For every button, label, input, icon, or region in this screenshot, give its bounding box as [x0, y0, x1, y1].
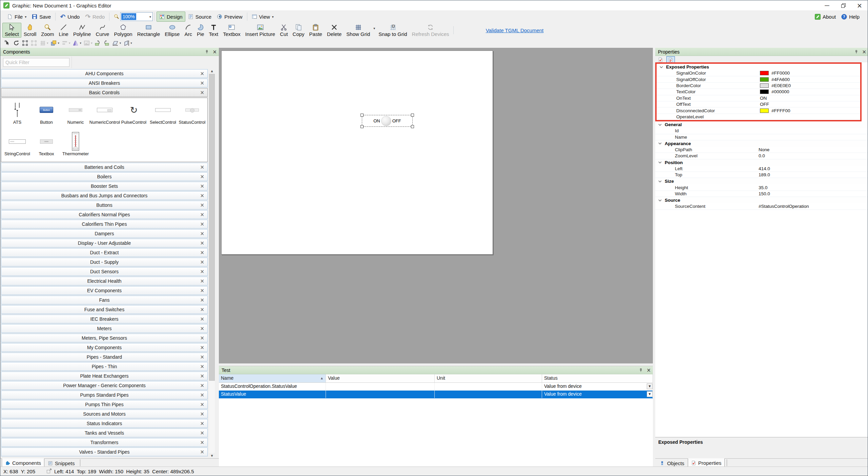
close-icon[interactable]: ×	[200, 431, 204, 436]
close-icon[interactable]: ×	[200, 412, 204, 417]
tool-copy[interactable]: Copy	[290, 23, 307, 38]
component-numericcontrol[interactable]: NumericControl	[90, 99, 119, 131]
rotate-left-icon[interactable]	[94, 39, 102, 47]
color-swatch[interactable]	[760, 83, 769, 88]
component-section-buttons[interactable]: Buttons×	[1, 201, 208, 210]
selection-handle[interactable]	[411, 125, 414, 128]
component-section-iec-breakers[interactable]: IEC Breakers×	[1, 315, 208, 323]
tool-textbox[interactable]: Textbox	[221, 23, 243, 38]
selection-handle[interactable]	[360, 114, 364, 117]
value-cell[interactable]	[326, 383, 435, 390]
chevron-down-icon[interactable]: ▾	[148, 15, 152, 19]
close-icon[interactable]: ×	[200, 288, 204, 293]
property-section-exposed-properties[interactable]: Exposed Properties	[657, 64, 860, 70]
close-icon[interactable]: ×	[200, 345, 204, 350]
component-section-meters-pipe-sensors[interactable]: Meters, Pipe Sensors×	[1, 334, 208, 342]
component-ats[interactable]: ATS	[3, 99, 32, 131]
restore-button[interactable]	[835, 0, 851, 11]
column-header-name[interactable]: Name▲	[219, 374, 326, 382]
tool-pie[interactable]: Pie	[194, 23, 207, 38]
preview-mode-button[interactable]: Preview	[214, 12, 245, 22]
help-button[interactable]: ? Help	[839, 12, 862, 22]
tool-delete[interactable]: Delete	[325, 23, 344, 38]
component-section-duct-supply[interactable]: Duct - Supply×	[1, 258, 208, 266]
close-icon[interactable]: ×	[646, 367, 651, 373]
close-icon[interactable]: ×	[200, 222, 204, 227]
component-section-fans[interactable]: Fans×	[1, 296, 208, 304]
component-section-calorifiers-thin-pipes[interactable]: Calorifiers Thin Pipes×	[1, 220, 208, 229]
close-icon[interactable]: ×	[200, 241, 204, 246]
close-icon[interactable]: ×	[200, 374, 204, 379]
close-icon[interactable]: ×	[200, 298, 204, 303]
zoom-level-combobox[interactable]: 100% ▾	[120, 12, 153, 21]
component-section-my-components[interactable]: My Components×	[1, 343, 208, 352]
close-icon[interactable]: ×	[200, 393, 204, 398]
close-icon[interactable]: ×	[200, 269, 204, 274]
close-icon[interactable]: ×	[200, 81, 204, 86]
status-dropdown-button[interactable]: ▼	[647, 383, 653, 389]
property-value[interactable]: 0.0	[759, 153, 868, 158]
color-swatch[interactable]	[760, 71, 769, 75]
tool-scroll[interactable]: Scroll	[21, 23, 39, 38]
component-section-duct-extract[interactable]: Duct - Extract×	[1, 248, 208, 257]
component-section-tanks-and-vessels[interactable]: Tanks and Vessels×	[1, 429, 208, 437]
tool-ellipse[interactable]: Ellipse	[162, 23, 182, 38]
tool-select[interactable]: Select	[2, 23, 21, 38]
close-icon[interactable]: ×	[212, 49, 217, 55]
rotate-icon[interactable]	[12, 39, 20, 47]
column-header-value[interactable]: Value	[326, 374, 435, 382]
chevron-down-icon[interactable]	[658, 199, 662, 202]
component-stringcontrol[interactable]: StringControl	[3, 131, 32, 162]
chevron-down-icon[interactable]	[660, 65, 663, 69]
component-section-valves-standard-pipes[interactable]: Valves - Standard Pipes×	[1, 448, 208, 456]
close-icon[interactable]: ×	[200, 440, 204, 445]
component-section-ev-components[interactable]: EV Components×	[1, 286, 208, 295]
component-statuscontrol[interactable]: StatusControl	[178, 99, 207, 131]
show-grid-dropdown[interactable]: ▾	[372, 26, 376, 30]
tool-arc[interactable]: Arc	[182, 23, 194, 38]
canvas-page[interactable]: ON OFF	[221, 51, 493, 255]
tool-curve[interactable]: Curve	[93, 23, 111, 38]
component-numeric[interactable]: Numeric	[61, 99, 90, 131]
close-icon[interactable]: ×	[200, 174, 204, 179]
close-icon[interactable]: ×	[200, 203, 204, 208]
close-icon[interactable]: ×	[200, 355, 204, 360]
save-button[interactable]: Save	[29, 12, 54, 22]
value-cell[interactable]	[326, 391, 435, 398]
close-icon[interactable]: ×	[200, 364, 204, 369]
pin-icon[interactable]	[205, 50, 209, 54]
design-mode-button[interactable]: Design	[157, 12, 185, 22]
unit-cell[interactable]	[435, 383, 542, 390]
property-value[interactable]: #4FA600	[760, 77, 860, 82]
property-section-appearance[interactable]: Appearance	[655, 140, 868, 147]
about-button[interactable]: About	[812, 12, 839, 22]
quick-filter-input[interactable]	[3, 58, 69, 67]
pin-icon[interactable]	[854, 50, 858, 54]
components-scrollbar[interactable]: ▲ ▼	[209, 68, 215, 459]
property-value[interactable]: #E0E0E0	[760, 83, 860, 88]
property-value[interactable]: ON	[760, 96, 860, 101]
color-swatch[interactable]	[760, 77, 769, 82]
property-section-general[interactable]: General	[655, 121, 868, 128]
close-icon[interactable]: ×	[200, 326, 204, 331]
skew-horizontal-icon[interactable]	[111, 39, 120, 47]
horizontal-splitter[interactable]	[219, 363, 653, 366]
skew-vertical-icon[interactable]	[122, 39, 130, 47]
close-icon[interactable]: ×	[200, 421, 204, 426]
selection-handle[interactable]	[411, 114, 414, 117]
tool-cut[interactable]: Cut	[277, 23, 290, 38]
arrange-order-icon[interactable]	[49, 39, 58, 47]
component-section-ansi-breakers[interactable]: ANSI Breakers×	[1, 79, 208, 87]
close-icon[interactable]: ×	[200, 231, 204, 236]
status-dropdown-button[interactable]: ▼	[647, 391, 653, 397]
component-section-plate-heat-exchangers[interactable]: Plate Heat Exchangers×	[1, 372, 208, 380]
column-header-unit[interactable]: Unit	[435, 374, 542, 382]
file-menu[interactable]: File▾	[4, 12, 29, 22]
tool-polygon[interactable]: Polygon	[111, 23, 135, 38]
component-section-display-user-adjustable[interactable]: Display - User Adjustable×	[1, 239, 208, 247]
chevron-down-icon[interactable]	[658, 123, 662, 126]
component-section-fuse-and-switches[interactable]: Fuse and Switches×	[1, 305, 208, 314]
component-section-basic-controls[interactable]: Basic Controls×	[1, 88, 208, 97]
property-section-position[interactable]: Position	[655, 159, 868, 166]
close-icon[interactable]: ×	[200, 184, 204, 189]
